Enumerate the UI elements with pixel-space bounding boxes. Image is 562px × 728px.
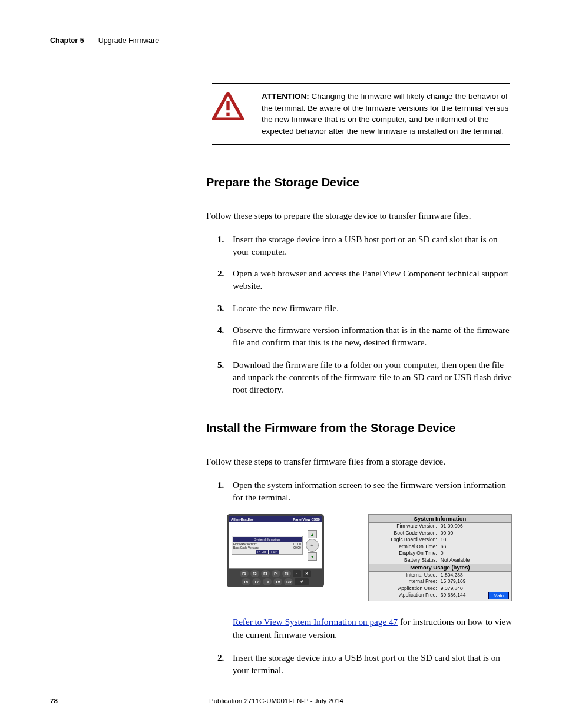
mem-label: Internal Free:	[372, 578, 441, 585]
svg-rect-1	[226, 101, 229, 110]
info-label: Firmware Version:	[372, 523, 441, 529]
device-brand: Allen-Bradley	[231, 518, 254, 521]
device-mockup: Allen-Bradley PanelView C300 System Info…	[227, 514, 324, 587]
main-button[interactable]: Main	[488, 592, 509, 599]
reference-paragraph: Refer to View System Information on page…	[233, 615, 514, 641]
sysbox-label: Boot Code Version:	[233, 546, 259, 549]
chapter-title: Upgrade Firmware	[98, 37, 160, 45]
mem-value: 39,686,144	[441, 592, 485, 601]
next-button: F5 >	[269, 550, 279, 554]
f-key: F2	[250, 570, 259, 577]
mem-label: Application Free:	[372, 592, 441, 601]
list-item: Insert the storage device into a USB hos…	[233, 651, 515, 677]
attention-icon	[212, 91, 244, 123]
svg-rect-2	[226, 113, 229, 116]
chapter-label: Chapter 5	[50, 37, 84, 45]
dpad-icon: ✦	[306, 539, 319, 552]
attention-text: ATTENTION: Changing the firmware will li…	[262, 91, 510, 137]
info-value: 0	[441, 550, 508, 556]
x-key: ✕	[303, 570, 311, 577]
list-item: Open the system information screen to se…	[233, 479, 515, 504]
list-item: Open a web browser and access the PanelV…	[233, 267, 515, 292]
info-title: System Information	[369, 515, 511, 523]
dot-key: •	[293, 570, 301, 577]
f-key: F9	[273, 578, 282, 585]
page-footer: 78 Publication 2711C-UM001I-EN-P - July …	[50, 697, 512, 704]
device-model: PanelView C300	[293, 518, 320, 521]
f-key: F3	[261, 570, 270, 577]
info-value: 66	[441, 543, 508, 550]
info-value: 01.00.006	[441, 523, 508, 529]
system-info-box: System Information Firmware Version:01.0…	[232, 536, 303, 555]
section1-heading: Prepare the Storage Device	[206, 176, 512, 189]
sysbox-title: System Information	[233, 537, 302, 542]
list-item: Locate the new firmware file.	[233, 302, 515, 314]
list-item: Download the firmware file to a folder o…	[233, 358, 515, 396]
f-key: F10	[284, 578, 293, 585]
f-key: F6	[242, 578, 250, 585]
mem-value: 15,079,169	[441, 578, 508, 585]
attention-label: ATTENTION:	[262, 92, 309, 101]
info-value: 00.00	[441, 530, 508, 536]
info-label: Battery Status:	[372, 557, 441, 564]
f-key: F7	[252, 578, 261, 585]
page-number: 78	[50, 697, 209, 704]
info-label: Display On Time:	[372, 550, 441, 556]
section1-steps: Insert the storage device into a USB hos…	[50, 233, 515, 396]
section2-heading: Install the Firmware from the Storage De…	[206, 421, 512, 435]
enter-key: ⏎	[295, 578, 309, 585]
running-header: Chapter 5 Upgrade Firmware	[50, 37, 512, 45]
f-key: F1	[240, 570, 249, 577]
info-value: 10	[441, 536, 508, 543]
screenshots-row: Allen-Bradley PanelView C300 System Info…	[227, 514, 512, 601]
list-item: Insert the storage device into a USB hos…	[233, 233, 515, 258]
down-arrow-icon: ▼	[308, 552, 317, 561]
attention-callout: ATTENTION: Changing the firmware will li…	[212, 83, 510, 145]
section1-intro: Follow these steps to prepare the storag…	[206, 209, 515, 222]
mem-label: Internal Used:	[372, 572, 441, 578]
sysbox-value: 00.00	[293, 546, 301, 549]
esc-button: F4 Esc	[256, 550, 269, 554]
section2-steps-cont: Insert the storage device into a USB hos…	[50, 651, 515, 677]
publication-id: Publication 2711C-UM001I-EN-P - July 201…	[209, 697, 343, 704]
mem-value: 9,379,840	[441, 585, 508, 592]
f-key: F8	[263, 578, 272, 585]
info-label: Logic Board Version:	[372, 536, 441, 543]
mem-label: Application Used:	[372, 585, 441, 592]
section2-intro: Follow these steps to transfer firmware …	[206, 455, 515, 467]
list-item: Observe the firmware version information…	[233, 324, 515, 349]
info-label: Boot Code Version:	[372, 530, 441, 536]
section2-steps: Open the system information screen to se…	[50, 479, 515, 504]
f-key: F4	[272, 570, 280, 577]
mem-value: 1,804,288	[441, 572, 508, 578]
f-key: F5	[282, 570, 291, 577]
reference-link[interactable]: Refer to View System Information on page…	[233, 617, 398, 627]
info-label: Terminal On Time:	[372, 543, 441, 550]
memory-title: Memory Usage (bytes)	[369, 564, 511, 572]
system-info-panel: System Information Firmware Version:01.0…	[368, 514, 512, 601]
up-arrow-icon: ▲	[308, 530, 317, 538]
info-value: Not Available	[441, 557, 508, 564]
